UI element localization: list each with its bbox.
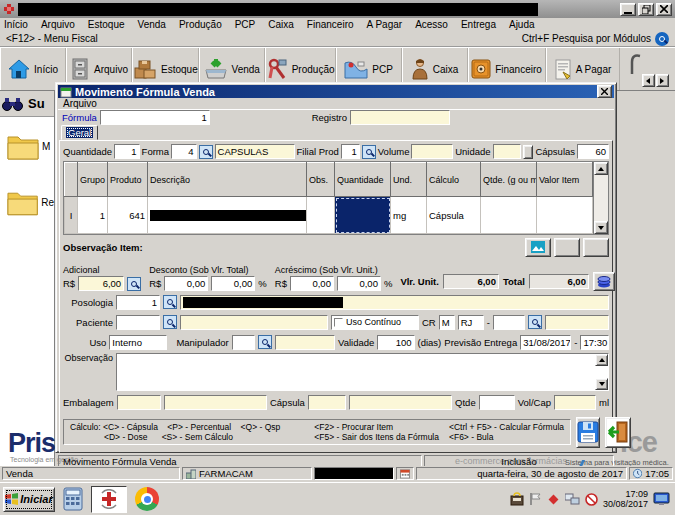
menu-caixa[interactable]: Caixa xyxy=(268,19,294,30)
col-obs[interactable]: Obs. xyxy=(307,163,335,197)
registro-field[interactable] xyxy=(350,110,450,125)
search-circle-icon[interactable] xyxy=(655,32,669,46)
cell-qtde[interactable] xyxy=(481,197,537,234)
manipulador-lookup-button[interactable] xyxy=(258,335,272,349)
posologia-field[interactable]: 1 xyxy=(116,295,160,310)
cr-tipo-field[interactable]: M xyxy=(439,315,455,330)
cell-descricao[interactable] xyxy=(148,197,307,234)
unidade-button[interactable] xyxy=(523,145,533,159)
scroll-up-icon[interactable] xyxy=(594,162,608,175)
tray-monitor-icon[interactable] xyxy=(653,492,670,506)
menu-inicio[interactable]: Início xyxy=(4,19,28,30)
forma-lookup-button[interactable] xyxy=(199,145,213,159)
item-row[interactable]: I 1 641 mg Cápsula xyxy=(65,197,593,234)
col-quantidade[interactable]: Quantidade xyxy=(335,163,391,197)
uso-continuo-box[interactable]: Uso Contínuo xyxy=(331,315,419,330)
filial-lookup-button[interactable] xyxy=(362,145,376,159)
col-grupo[interactable]: Grupo xyxy=(78,163,108,197)
image-button[interactable] xyxy=(525,238,551,257)
tray-blocked-icon[interactable] xyxy=(585,493,598,506)
money-button[interactable] xyxy=(593,272,615,291)
capsula-cod-field[interactable] xyxy=(308,395,346,410)
embalagem-cod-field[interactable] xyxy=(117,395,161,410)
desconto-pct-field[interactable]: 0,00 xyxy=(211,276,255,291)
uso-continuo-checkbox[interactable] xyxy=(334,318,343,327)
adicional-lookup-button[interactable] xyxy=(127,277,141,291)
manipulador-field[interactable] xyxy=(232,335,255,350)
desconto-valor-field[interactable]: 0,00 xyxy=(164,276,208,291)
menu-venda[interactable]: Venda xyxy=(138,19,166,30)
dialog-titlebar[interactable]: Movimento Fórmula Venda xyxy=(58,85,614,98)
acrescimo-valor-field[interactable]: 0,00 xyxy=(290,276,334,291)
minimize-button[interactable] xyxy=(620,3,636,16)
cr-lookup-button[interactable] xyxy=(528,315,542,329)
col-descricao[interactable]: Descrição xyxy=(148,163,307,197)
cell-produto[interactable]: 641 xyxy=(108,197,148,234)
paciente-lookup-button[interactable] xyxy=(163,315,177,329)
chrome-icon[interactable] xyxy=(135,487,159,511)
cell-calculo[interactable]: Cápsula xyxy=(427,197,481,234)
col-und[interactable]: Und. xyxy=(391,163,427,197)
volume-field[interactable] xyxy=(411,144,453,159)
cell-obs[interactable] xyxy=(307,197,335,234)
menu-producao[interactable]: Produção xyxy=(179,19,222,30)
col-valor-item[interactable]: Valor Item xyxy=(537,163,593,197)
tray-bag-icon[interactable] xyxy=(510,492,524,506)
forma-field[interactable]: 4 xyxy=(171,144,196,159)
menu-a-pagar[interactable]: A Pagar xyxy=(367,19,403,30)
observacao-textarea[interactable] xyxy=(116,353,609,391)
blank-button-2[interactable] xyxy=(583,238,609,257)
menu-entrega[interactable]: Entrega xyxy=(461,19,496,30)
sidebar-folder-2[interactable]: Re xyxy=(6,187,54,217)
cr-uf-field[interactable]: RJ xyxy=(458,315,484,330)
tab-geral[interactable]: Geral xyxy=(61,125,98,140)
tray-clock[interactable]: 17:09 30/08/2017 xyxy=(603,489,648,509)
start-button[interactable]: Iniciar xyxy=(3,487,55,512)
tray-flag-icon[interactable] xyxy=(529,492,542,506)
menu-estoque[interactable]: Estoque xyxy=(88,19,125,30)
col-qtde[interactable]: Qtde. (g ou ml) xyxy=(481,163,537,197)
obs-scroll-up-icon[interactable] xyxy=(595,354,608,366)
status-calendar[interactable] xyxy=(396,467,414,480)
quantidade-field[interactable]: 1 xyxy=(114,144,139,159)
filial-prod-field[interactable]: 1 xyxy=(341,144,360,159)
uso-field[interactable]: Interno xyxy=(109,335,167,350)
previsao-hora-field[interactable]: 17:30 xyxy=(580,335,609,350)
calculator-icon[interactable] xyxy=(63,487,83,511)
tray-diamond-icon[interactable] xyxy=(547,493,560,506)
menu-arquivo[interactable]: Arquivo xyxy=(41,19,75,30)
active-task-button[interactable] xyxy=(91,486,127,513)
col-produto[interactable]: Produto xyxy=(108,163,148,197)
volcap-field[interactable] xyxy=(554,395,596,410)
blank-button-1[interactable] xyxy=(554,238,580,257)
cr-num-field[interactable] xyxy=(493,315,525,330)
cell-valor-item[interactable] xyxy=(537,197,593,234)
scroll-down-icon[interactable] xyxy=(594,221,608,234)
acrescimo-pct-field[interactable]: 0,00 xyxy=(337,276,381,291)
validade-field[interactable]: 100 xyxy=(377,335,414,350)
col-sel[interactable] xyxy=(65,163,78,197)
capsulas-field[interactable]: 60 xyxy=(577,144,609,159)
restore-button[interactable] xyxy=(638,3,654,16)
adicional-field[interactable]: 6,00 xyxy=(78,276,124,291)
cell-grupo[interactable]: 1 xyxy=(78,197,108,234)
toolbar-scroll-right[interactable] xyxy=(656,74,669,87)
tray-network-icon[interactable] xyxy=(565,493,580,506)
obs-scroll-down-icon[interactable] xyxy=(595,378,608,390)
toolbar-scroll-left[interactable] xyxy=(642,74,655,87)
cell-quantidade-selected[interactable] xyxy=(335,197,391,234)
menu-financeiro[interactable]: Financeiro xyxy=(307,19,354,30)
col-calculo[interactable]: Cálculo xyxy=(427,163,481,197)
save-button[interactable] xyxy=(576,417,600,448)
dialog-close-button[interactable] xyxy=(597,85,612,98)
cell-und[interactable]: mg xyxy=(391,197,427,234)
posologia-lookup-button[interactable] xyxy=(163,295,177,309)
items-scrollbar[interactable] xyxy=(593,162,608,234)
menu-ajuda[interactable]: Ajuda xyxy=(509,19,535,30)
close-button[interactable] xyxy=(656,3,672,16)
unidade-field[interactable] xyxy=(493,144,522,159)
exit-button[interactable] xyxy=(605,417,631,448)
previsao-data-field[interactable]: 31/08/2017 xyxy=(520,335,571,350)
dialog-menu-arquivo[interactable]: Arquivo xyxy=(63,98,97,109)
sidebar-folder-1[interactable]: M xyxy=(6,131,54,161)
